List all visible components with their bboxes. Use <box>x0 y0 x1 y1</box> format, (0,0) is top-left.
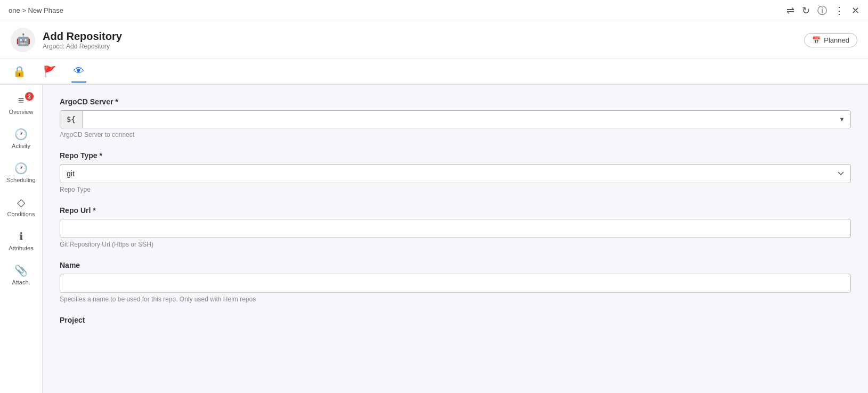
overview-label: Overview <box>9 109 34 115</box>
name-input[interactable] <box>60 274 851 293</box>
tab-flag[interactable]: 🚩 <box>41 61 59 82</box>
repo-type-select[interactable]: git helm <box>60 164 851 183</box>
attach-label: Attach. <box>12 279 30 285</box>
argocd-server-select[interactable] <box>83 111 833 128</box>
name-label: Name <box>60 261 851 269</box>
argocd-server-arrow: ▼ <box>833 111 850 128</box>
activity-icon: 🕐 <box>14 128 28 141</box>
argo-logo: 🤖 <box>11 28 35 52</box>
argocd-server-label: ArgoCD Server * <box>60 97 851 106</box>
more-icon[interactable]: ⋮ <box>834 5 844 17</box>
sidebar-item-overview[interactable]: ≡ Overview 2 <box>0 89 42 120</box>
tab-bar: 🔒 🚩 👁 <box>0 59 868 85</box>
scheduling-label: Scheduling <box>6 177 35 183</box>
tab-eye[interactable]: 👁 <box>71 61 86 83</box>
argocd-server-input-wrapper: ${ ▼ <box>60 110 851 128</box>
form-content: ArgoCD Server * ${ ▼ ArgoCD Server to co… <box>43 85 868 393</box>
tab-lock[interactable]: 🔒 <box>11 61 28 82</box>
overview-badge: 2 <box>25 92 34 101</box>
header-section: 🤖 Add Repository Argocd: Add Repository … <box>0 21 868 59</box>
sidebar-item-activity[interactable]: 🕐 Activity <box>0 122 42 154</box>
repo-type-hint: Repo Type <box>60 186 851 193</box>
sidebar-item-attributes[interactable]: ℹ Attributes <box>0 225 42 257</box>
repo-url-input[interactable] <box>60 219 851 238</box>
header-left: 🤖 Add Repository Argocd: Add Repository <box>11 28 122 52</box>
planned-label: Planned <box>824 36 849 44</box>
sidebar-item-attach[interactable]: 📎 Attach. <box>0 259 42 291</box>
repo-url-label: Repo Url * <box>60 206 851 215</box>
page-subtitle: Argocd: Add Repository <box>43 43 122 50</box>
calendar-icon: 📅 <box>812 36 821 44</box>
refresh-icon[interactable]: ↻ <box>802 5 810 17</box>
top-bar: one > New Phase ⇌ ↻ ⓘ ⋮ ✕ <box>0 0 868 21</box>
sidebar-item-conditions[interactable]: ◇ Conditions <box>0 191 42 223</box>
top-bar-actions: ⇌ ↻ ⓘ ⋮ ✕ <box>786 4 859 17</box>
name-hint: Specifies a name to be used for this rep… <box>60 296 851 303</box>
repo-url-group: Repo Url * Git Repository Url (Https or … <box>60 206 851 248</box>
attributes-label: Attributes <box>9 245 33 251</box>
project-label: Project <box>60 316 851 324</box>
header-text: Add Repository Argocd: Add Repository <box>43 30 122 50</box>
name-group: Name Specifies a name to be used for thi… <box>60 261 851 303</box>
sidebar: ≡ Overview 2 🕐 Activity 🕐 Scheduling ◇ C… <box>0 85 43 393</box>
overview-icon: ≡ <box>18 94 25 107</box>
transfer-icon[interactable]: ⇌ <box>786 5 794 17</box>
argocd-server-group: ArgoCD Server * ${ ▼ ArgoCD Server to co… <box>60 97 851 138</box>
repo-type-label: Repo Type * <box>60 151 851 160</box>
activity-label: Activity <box>12 143 30 149</box>
attach-icon: 📎 <box>14 264 28 277</box>
argocd-server-prefix: ${ <box>60 111 83 128</box>
conditions-icon: ◇ <box>17 196 25 209</box>
info-icon[interactable]: ⓘ <box>817 4 827 17</box>
scheduling-icon: 🕐 <box>14 162 28 175</box>
project-group: Project <box>60 316 851 324</box>
repo-url-hint: Git Repository Url (Https or SSH) <box>60 241 851 248</box>
argocd-server-hint: ArgoCD Server to connect <box>60 131 851 138</box>
breadcrumb: one > New Phase <box>9 6 63 14</box>
close-icon[interactable]: ✕ <box>851 5 859 17</box>
planned-badge-button[interactable]: 📅 Planned <box>804 33 857 47</box>
main-layout: ≡ Overview 2 🕐 Activity 🕐 Scheduling ◇ C… <box>0 85 868 393</box>
repo-type-group: Repo Type * git helm Repo Type <box>60 151 851 193</box>
conditions-label: Conditions <box>7 211 35 217</box>
attributes-icon: ℹ <box>19 230 23 243</box>
page-title: Add Repository <box>43 30 122 43</box>
sidebar-item-scheduling[interactable]: 🕐 Scheduling <box>0 157 42 189</box>
